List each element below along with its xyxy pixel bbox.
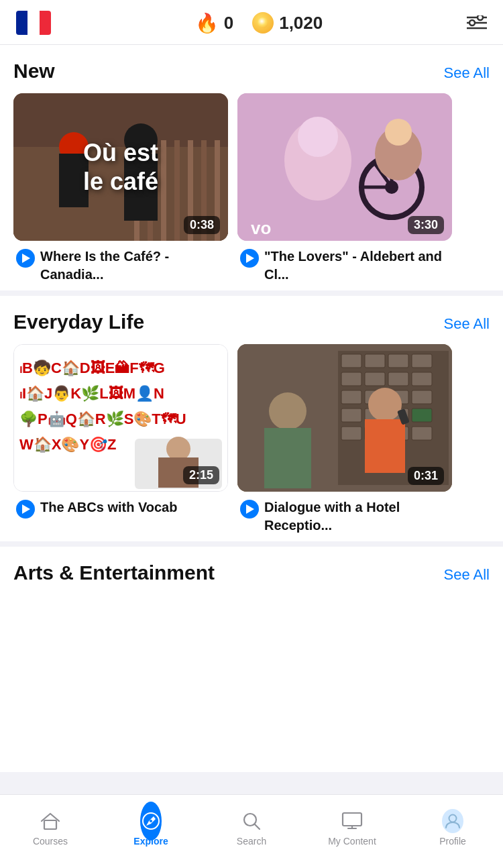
section-everyday-see-all[interactable]: See All	[444, 315, 490, 333]
svg-point-1	[478, 15, 483, 20]
card-abcs[interactable]: ᵢB🧒C🏠D🖼E🏔F🗺G ᵢI🏠J👨K🌿L🖼M👤N 🌳P🤖Q🏠R🌿S🎨T🗺U W…	[13, 344, 228, 535]
cafe-text-line1: Où est	[83, 138, 158, 167]
streak-count: 0	[224, 13, 233, 34]
nav-item-explore[interactable]: Explore	[101, 810, 201, 847]
lovers-title: "The Lovers" - Aldebert and Cl...	[264, 248, 449, 284]
svg-text:vo: vo	[251, 218, 271, 238]
svg-point-62	[368, 388, 402, 421]
coin-container: 1,020	[252, 12, 323, 34]
card-cafe-thumb: Où est le café 0:38	[13, 93, 228, 241]
main-content: New See All	[0, 45, 503, 772]
flame-icon: 🔥	[195, 12, 219, 34]
cafe-play-icon	[16, 249, 35, 268]
section-everyday-title: Everyday Life	[13, 311, 144, 333]
svg-text:ᵢI🏠J👨K🌿L🖼M👤N: ᵢI🏠J👨K🌿L🖼M👤N	[19, 384, 164, 402]
hotel-title: Dialogue with a Hotel Receptio...	[264, 498, 449, 535]
svg-point-35	[166, 437, 190, 461]
abcs-label: The ABCs with Vocab	[13, 498, 228, 519]
svg-rect-45	[365, 372, 385, 386]
section-arts-title: Arts & Entertainment	[13, 561, 215, 584]
hotel-label: Dialogue with a Hotel Receptio...	[237, 498, 452, 535]
lovers-label: "The Lovers" - Aldebert and Cl...	[237, 248, 452, 284]
nav-explore-label: Explore	[133, 836, 168, 847]
nav-item-search[interactable]: Search	[201, 810, 302, 847]
svg-text:W🏠X🎨Y🎯Z: W🏠X🎨Y🎯Z	[19, 435, 117, 453]
home-icon	[40, 810, 61, 832]
abcs-duration: 2:15	[183, 466, 219, 484]
card-hotel[interactable]: 0:31 Dialogue with a Hotel Receptio...	[237, 344, 452, 535]
lovers-duration: 3:30	[408, 216, 444, 234]
cafe-label: Where Is the Café? - Canadia...	[13, 248, 228, 284]
nav-profile-label: Profile	[439, 836, 466, 847]
section-arts-see-all[interactable]: See All	[444, 566, 490, 584]
section-everyday-header: Everyday Life See All	[13, 311, 490, 333]
section-everyday-cards: ᵢB🧒C🏠D🖼E🏔F🗺G ᵢI🏠J👨K🌿L🖼M👤N 🌳P🤖Q🏠R🌿S🎨T🗺U W…	[13, 344, 490, 535]
svg-point-20	[298, 117, 338, 157]
svg-point-68	[150, 820, 152, 822]
svg-rect-41	[365, 354, 385, 368]
svg-rect-65	[44, 820, 56, 829]
lovers-play-icon	[240, 249, 259, 268]
section-new-cards: Où est le café 0:38 Where Is the Café? -…	[13, 93, 490, 284]
nav-item-courses[interactable]: Courses	[0, 810, 101, 847]
section-arts: Arts & Entertainment See All	[0, 547, 503, 602]
svg-rect-46	[388, 372, 408, 386]
abcs-title: The ABCs with Vocab	[40, 498, 177, 517]
svg-point-60	[269, 392, 306, 430]
svg-point-27	[385, 119, 412, 146]
divider-1	[0, 290, 503, 296]
card-hotel-thumb: 0:31	[237, 344, 452, 492]
coin-count: 1,020	[279, 13, 323, 34]
card-cafe[interactable]: Où est le café 0:38 Where Is the Café? -…	[13, 93, 228, 284]
abcs-play-icon	[16, 500, 35, 519]
svg-rect-40	[341, 354, 361, 368]
hotel-duration: 0:31	[408, 467, 444, 485]
svg-text:ᵢB🧒C🏠D🖼E🏔F🗺G: ᵢB🧒C🏠D🖼E🏔F🗺G	[19, 359, 165, 377]
svg-point-3	[469, 20, 475, 25]
settings-button[interactable]	[467, 15, 487, 30]
section-new-header: New See All	[13, 60, 490, 83]
explore-icon	[140, 810, 162, 832]
nav-item-profile[interactable]: Profile	[402, 810, 503, 847]
svg-rect-55	[412, 409, 432, 422]
card-abcs-thumb: ᵢB🧒C🏠D🖼E🏔F🗺G ᵢI🏠J👨K🌿L🖼M👤N 🌳P🤖Q🏠R🌿S🎨T🗺U W…	[13, 344, 228, 492]
header: 🔥 0 1,020	[0, 0, 503, 45]
header-stats: 🔥 0 1,020	[195, 12, 323, 34]
cafe-duration: 0:38	[184, 216, 220, 234]
cafe-text-line2: le café	[83, 167, 158, 196]
divider-2	[0, 541, 503, 547]
profile-icon	[442, 810, 463, 832]
svg-point-74	[449, 814, 457, 822]
streak-container: 🔥 0	[195, 12, 233, 34]
section-everyday: Everyday Life See All ᵢB🧒C🏠D🖼E🏔F🗺G ᵢI🏠J👨…	[0, 296, 503, 541]
cafe-text: Où est le café	[83, 138, 158, 196]
section-new: New See All	[0, 45, 503, 290]
svg-rect-44	[341, 372, 361, 386]
nav-item-my-content[interactable]: My Content	[302, 810, 402, 847]
search-icon	[241, 810, 262, 832]
hotel-play-icon	[240, 500, 259, 519]
card-lovers[interactable]: vo 3:30 "The Lovers" - Aldebert and Cl..…	[237, 93, 452, 284]
svg-rect-56	[341, 427, 361, 440]
svg-rect-43	[412, 354, 432, 368]
section-new-see-all[interactable]: See All	[444, 64, 490, 82]
svg-text:🌳P🤖Q🏠R🌿S🎨T🗺U: 🌳P🤖Q🏠R🌿S🎨T🗺U	[19, 410, 186, 428]
svg-rect-42	[388, 354, 408, 368]
svg-rect-51	[412, 390, 432, 404]
nav-search-label: Search	[237, 836, 266, 847]
svg-rect-47	[412, 372, 432, 386]
cafe-title: Where Is the Café? - Canadia...	[40, 248, 225, 284]
svg-rect-48	[341, 390, 361, 404]
svg-rect-59	[412, 427, 432, 440]
section-arts-header: Arts & Entertainment See All	[13, 561, 490, 584]
nav-courses-label: Courses	[33, 836, 68, 847]
svg-rect-63	[365, 419, 405, 473]
card-lovers-thumb: vo 3:30	[237, 93, 452, 241]
monitor-icon	[341, 810, 363, 832]
french-flag	[16, 11, 51, 35]
svg-line-70	[255, 824, 260, 829]
svg-rect-52	[341, 409, 361, 422]
svg-rect-61	[264, 428, 311, 488]
section-new-title: New	[13, 60, 55, 83]
svg-rect-71	[343, 813, 361, 826]
